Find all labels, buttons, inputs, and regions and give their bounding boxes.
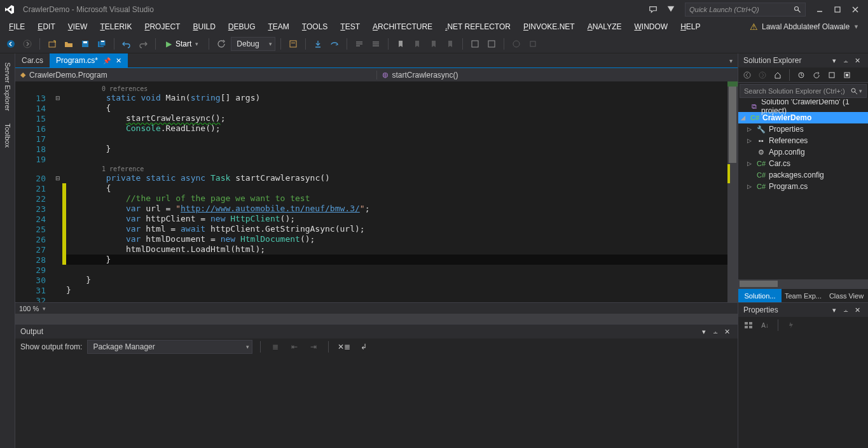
doc-tab-program-cs-[interactable]: Program.cs*📌✕ [50, 53, 128, 67]
new-project-button[interactable] [45, 37, 59, 51]
menu-view[interactable]: VIEW [62, 20, 94, 33]
feedback-icon[interactable] [644, 1, 662, 18]
step-into-button[interactable] [311, 37, 325, 51]
open-file-button[interactable] [62, 37, 76, 51]
menu-architecture[interactable]: ARCHITECTURE [366, 20, 439, 33]
toolbar-btn-e[interactable] [526, 37, 540, 51]
toolbar-btn-c[interactable] [485, 37, 499, 51]
se-forward-button[interactable] [756, 69, 769, 81]
se-showall-button[interactable] [841, 69, 853, 81]
menu-analyze[interactable]: ANALYZE [581, 20, 628, 33]
output-wrap-button[interactable]: ↲ [357, 340, 371, 354]
browser-refresh-button[interactable] [214, 37, 228, 51]
menu-file[interactable]: FILE [3, 20, 31, 33]
uncomment-button[interactable] [369, 37, 383, 51]
se-horizontal-scrollbar[interactable] [738, 279, 868, 288]
code-editor[interactable]: 1314151617181920212223242526272829303132… [15, 81, 738, 302]
notifications-icon[interactable] [662, 1, 680, 18]
props-events-button[interactable] [785, 319, 797, 332]
expand-icon[interactable]: ▷ [747, 137, 754, 144]
expand-icon[interactable]: ▷ [747, 126, 754, 132]
bookmark-prev-button[interactable] [410, 37, 424, 51]
solution-config-combo[interactable]: Debug [231, 37, 275, 51]
tab-team-explorer[interactable]: Team Exp... [782, 289, 825, 302]
se-collapse-button[interactable] [825, 69, 838, 81]
output-btn-3[interactable]: ⇥ [307, 340, 320, 354]
output-clear-button[interactable]: ✕≣ [336, 340, 352, 354]
menu-test[interactable]: TEST [334, 20, 366, 33]
solution-explorer-search[interactable]: Search Solution Explorer (Ctrl+;) ▾ [740, 84, 867, 98]
comment-button[interactable] [352, 37, 366, 51]
nav-forward-button[interactable] [20, 37, 34, 51]
redo-button[interactable] [136, 37, 150, 51]
tree-node-references[interactable]: ▷▪▪References [738, 135, 868, 146]
props-close-icon[interactable]: ✕ [851, 306, 863, 314]
se-back-button[interactable] [741, 69, 754, 81]
toolbox-tab[interactable]: Toolbox [3, 118, 13, 153]
solution-tree[interactable]: ⧉Solution 'CrawlerDemo' (1 project)◢C#Cr… [738, 99, 868, 279]
tree-node-car-cs[interactable]: ▷C#Car.cs [738, 158, 868, 169]
expand-icon[interactable]: ▷ [747, 160, 754, 167]
output-btn-1[interactable]: ≣ [268, 340, 282, 354]
props-pin-icon[interactable]: ⫠ [840, 306, 851, 314]
expand-icon[interactable]: ◢ [741, 115, 747, 121]
props-dropdown-icon[interactable]: ▾ [829, 306, 840, 314]
menu-build[interactable]: BUILD [186, 20, 221, 33]
tree-node-packages-config[interactable]: C#packages.config [738, 169, 868, 181]
menu-team[interactable]: TEAM [262, 20, 296, 33]
nav-scope-combo[interactable]: ◆ CrawlerDemo.Program [15, 71, 377, 80]
se-refresh-button[interactable] [810, 69, 823, 81]
se-pin-icon[interactable]: ⫠ [840, 57, 851, 64]
menu-pinvoke-net[interactable]: PINVOKE.NET [517, 20, 581, 33]
tab-class-view[interactable]: Class View [825, 289, 868, 302]
tree-node-solution-crawlerdemo-1-project-[interactable]: ⧉Solution 'CrawlerDemo' (1 project) [738, 101, 868, 112]
output-source-combo[interactable]: Package Manager [87, 340, 252, 354]
minimize-button[interactable] [811, 1, 829, 18]
tree-node-program-cs[interactable]: ▷C#Program.cs [738, 181, 868, 192]
nav-member-combo[interactable]: ◍ startCrawlerasync() [377, 71, 738, 80]
output-btn-2[interactable]: ⇤ [287, 340, 301, 354]
close-icon[interactable]: ✕ [116, 57, 121, 65]
editor-horizontal-scrollbar[interactable] [15, 314, 738, 324]
output-text[interactable] [15, 355, 738, 448]
properties-grid[interactable] [738, 333, 868, 448]
se-close-icon[interactable]: ✕ [851, 57, 863, 65]
tree-node-app-config[interactable]: ⚙App.config [738, 146, 868, 158]
step-over-button[interactable] [327, 37, 341, 51]
menu-edit[interactable]: EDIT [31, 20, 61, 33]
save-all-button[interactable] [95, 37, 109, 51]
se-sync-button[interactable] [795, 69, 808, 81]
signed-in-user[interactable]: ⚠ Lawal Abdulateef Olawale ▼ [743, 22, 865, 32]
menu-telerik[interactable]: TELERIK [93, 20, 138, 33]
panel-pin-icon[interactable]: ⫠ [710, 328, 721, 335]
props-categorized-button[interactable] [742, 319, 755, 332]
maximize-button[interactable] [829, 1, 846, 18]
undo-button[interactable] [120, 37, 134, 51]
quick-launch-input[interactable]: Quick Launch (Ctrl+Q) [685, 3, 806, 17]
se-home-button[interactable] [771, 69, 784, 81]
doc-tab-car-cs[interactable]: Car.cs [15, 53, 50, 67]
menu-help[interactable]: HELP [674, 20, 706, 33]
menu-project[interactable]: PROJECT [138, 20, 186, 33]
zoom-dropdown-icon[interactable]: ▾ [43, 305, 46, 312]
bookmark-clear-button[interactable] [443, 37, 457, 51]
props-alpha-button[interactable]: A↓ [759, 319, 771, 332]
save-button[interactable] [78, 37, 92, 51]
panel-close-icon[interactable]: ✕ [721, 328, 733, 336]
server-explorer-tab[interactable]: Server Explorer [3, 57, 13, 116]
expand-icon[interactable]: ▷ [747, 183, 754, 190]
editor-vertical-scrollbar[interactable] [727, 81, 738, 302]
toolbar-btn-a[interactable] [286, 37, 300, 51]
pin-icon[interactable]: 📌 [103, 57, 111, 64]
menu-window[interactable]: WINDOW [628, 20, 674, 33]
menu-debug[interactable]: DEBUG [222, 20, 262, 33]
close-button[interactable] [846, 1, 864, 18]
menu--net-reflector[interactable]: .NET REFLECTOR [439, 20, 517, 33]
se-dropdown-icon[interactable]: ▾ [829, 57, 840, 65]
panel-dropdown-icon[interactable]: ▾ [698, 328, 710, 336]
nav-back-button[interactable] [4, 37, 18, 51]
tab-solution-explorer[interactable]: Solution... [738, 289, 782, 302]
tabs-dropdown-button[interactable]: ▾ [724, 53, 738, 67]
tree-node-properties[interactable]: ▷🔧Properties [738, 123, 868, 135]
menu-tools[interactable]: TOOLS [296, 20, 334, 33]
